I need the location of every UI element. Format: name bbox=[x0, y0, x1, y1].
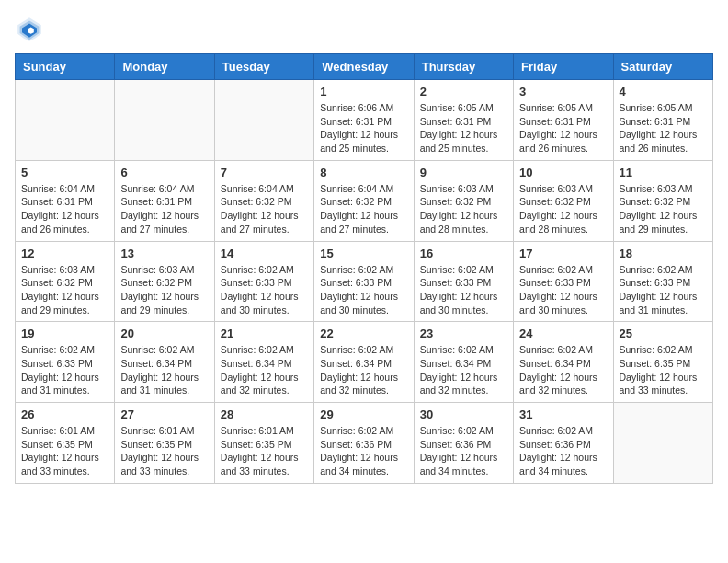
calendar-day-cell: 18Sunrise: 6:02 AM Sunset: 6:33 PM Dayli… bbox=[613, 241, 712, 322]
day-number: 2 bbox=[420, 85, 507, 98]
day-number: 30 bbox=[420, 408, 507, 421]
day-info: Sunrise: 6:02 AM Sunset: 6:33 PM Dayligh… bbox=[21, 343, 108, 397]
day-info: Sunrise: 6:01 AM Sunset: 6:35 PM Dayligh… bbox=[120, 424, 208, 478]
calendar-day-cell: 8Sunrise: 6:04 AM Sunset: 6:32 PM Daylig… bbox=[314, 160, 414, 241]
day-info: Sunrise: 6:02 AM Sunset: 6:33 PM Dayligh… bbox=[221, 263, 308, 317]
calendar-day-cell: 17Sunrise: 6:02 AM Sunset: 6:33 PM Dayli… bbox=[514, 241, 613, 322]
calendar-day-cell bbox=[115, 80, 214, 161]
calendar-day-cell: 23Sunrise: 6:02 AM Sunset: 6:34 PM Dayli… bbox=[414, 322, 513, 403]
calendar-table: SundayMondayTuesdayWednesdayThursdayFrid… bbox=[15, 53, 713, 484]
day-number: 10 bbox=[519, 166, 607, 179]
day-info: Sunrise: 6:01 AM Sunset: 6:35 PM Dayligh… bbox=[221, 424, 308, 478]
calendar-week-row: 12Sunrise: 6:03 AM Sunset: 6:32 PM Dayli… bbox=[16, 241, 713, 322]
calendar-day-cell: 21Sunrise: 6:02 AM Sunset: 6:34 PM Dayli… bbox=[214, 322, 313, 403]
calendar-day-cell: 9Sunrise: 6:03 AM Sunset: 6:32 PM Daylig… bbox=[414, 160, 513, 241]
weekday-header: Friday bbox=[514, 54, 613, 80]
day-number: 25 bbox=[620, 327, 707, 340]
day-number: 19 bbox=[21, 327, 108, 340]
day-info: Sunrise: 6:03 AM Sunset: 6:32 PM Dayligh… bbox=[420, 182, 507, 236]
day-info: Sunrise: 6:04 AM Sunset: 6:31 PM Dayligh… bbox=[120, 182, 208, 236]
calendar-day-cell: 28Sunrise: 6:01 AM Sunset: 6:35 PM Dayli… bbox=[214, 403, 313, 484]
day-number: 9 bbox=[420, 166, 507, 179]
calendar-week-row: 26Sunrise: 6:01 AM Sunset: 6:35 PM Dayli… bbox=[16, 403, 713, 484]
calendar-day-cell: 16Sunrise: 6:02 AM Sunset: 6:33 PM Dayli… bbox=[414, 241, 513, 322]
calendar-day-cell: 5Sunrise: 6:04 AM Sunset: 6:31 PM Daylig… bbox=[16, 160, 115, 241]
calendar-day-cell: 14Sunrise: 6:02 AM Sunset: 6:33 PM Dayli… bbox=[214, 241, 313, 322]
day-info: Sunrise: 6:02 AM Sunset: 6:34 PM Dayligh… bbox=[420, 343, 507, 397]
calendar-day-cell: 6Sunrise: 6:04 AM Sunset: 6:31 PM Daylig… bbox=[115, 160, 214, 241]
logo bbox=[15, 15, 48, 44]
calendar-day-cell: 24Sunrise: 6:02 AM Sunset: 6:34 PM Dayli… bbox=[514, 322, 613, 403]
day-number: 28 bbox=[221, 408, 308, 421]
day-info: Sunrise: 6:03 AM Sunset: 6:32 PM Dayligh… bbox=[620, 182, 707, 236]
day-number: 6 bbox=[120, 166, 208, 179]
day-info: Sunrise: 6:04 AM Sunset: 6:32 PM Dayligh… bbox=[320, 182, 407, 236]
day-info: Sunrise: 6:02 AM Sunset: 6:33 PM Dayligh… bbox=[420, 263, 507, 317]
day-info: Sunrise: 6:02 AM Sunset: 6:34 PM Dayligh… bbox=[120, 343, 208, 397]
weekday-header: Monday bbox=[115, 54, 214, 80]
day-info: Sunrise: 6:04 AM Sunset: 6:32 PM Dayligh… bbox=[221, 182, 308, 236]
day-number: 21 bbox=[221, 327, 308, 340]
day-info: Sunrise: 6:03 AM Sunset: 6:32 PM Dayligh… bbox=[519, 182, 607, 236]
day-info: Sunrise: 6:02 AM Sunset: 6:36 PM Dayligh… bbox=[519, 424, 607, 478]
calendar-week-row: 19Sunrise: 6:02 AM Sunset: 6:33 PM Dayli… bbox=[16, 322, 713, 403]
day-info: Sunrise: 6:05 AM Sunset: 6:31 PM Dayligh… bbox=[420, 101, 507, 155]
day-number: 18 bbox=[620, 247, 707, 260]
day-info: Sunrise: 6:03 AM Sunset: 6:32 PM Dayligh… bbox=[120, 263, 208, 317]
calendar-day-cell: 7Sunrise: 6:04 AM Sunset: 6:32 PM Daylig… bbox=[214, 160, 313, 241]
logo-icon bbox=[15, 15, 44, 44]
day-info: Sunrise: 6:02 AM Sunset: 6:36 PM Dayligh… bbox=[420, 424, 507, 478]
day-number: 7 bbox=[221, 166, 308, 179]
day-number: 24 bbox=[519, 327, 607, 340]
calendar-day-cell: 1Sunrise: 6:06 AM Sunset: 6:31 PM Daylig… bbox=[314, 80, 414, 161]
calendar-day-cell: 10Sunrise: 6:03 AM Sunset: 6:32 PM Dayli… bbox=[514, 160, 613, 241]
day-info: Sunrise: 6:02 AM Sunset: 6:33 PM Dayligh… bbox=[320, 263, 407, 317]
day-info: Sunrise: 6:05 AM Sunset: 6:31 PM Dayligh… bbox=[519, 101, 607, 155]
calendar-day-cell bbox=[214, 80, 313, 161]
calendar-day-cell: 19Sunrise: 6:02 AM Sunset: 6:33 PM Dayli… bbox=[16, 322, 115, 403]
calendar-day-cell: 11Sunrise: 6:03 AM Sunset: 6:32 PM Dayli… bbox=[613, 160, 712, 241]
calendar-day-cell: 22Sunrise: 6:02 AM Sunset: 6:34 PM Dayli… bbox=[314, 322, 414, 403]
day-number: 29 bbox=[320, 408, 407, 421]
day-info: Sunrise: 6:03 AM Sunset: 6:32 PM Dayligh… bbox=[21, 263, 108, 317]
day-number: 20 bbox=[120, 327, 208, 340]
calendar-header-row: SundayMondayTuesdayWednesdayThursdayFrid… bbox=[16, 54, 713, 80]
day-info: Sunrise: 6:02 AM Sunset: 6:33 PM Dayligh… bbox=[519, 263, 607, 317]
page-header bbox=[15, 15, 713, 44]
day-info: Sunrise: 6:02 AM Sunset: 6:34 PM Dayligh… bbox=[320, 343, 407, 397]
calendar-day-cell: 26Sunrise: 6:01 AM Sunset: 6:35 PM Dayli… bbox=[16, 403, 115, 484]
day-info: Sunrise: 6:05 AM Sunset: 6:31 PM Dayligh… bbox=[620, 101, 707, 155]
day-number: 12 bbox=[21, 247, 108, 260]
day-number: 31 bbox=[519, 408, 607, 421]
weekday-header: Tuesday bbox=[214, 54, 313, 80]
day-number: 15 bbox=[320, 247, 407, 260]
calendar-day-cell: 15Sunrise: 6:02 AM Sunset: 6:33 PM Dayli… bbox=[314, 241, 414, 322]
day-info: Sunrise: 6:02 AM Sunset: 6:36 PM Dayligh… bbox=[320, 424, 407, 478]
day-info: Sunrise: 6:02 AM Sunset: 6:35 PM Dayligh… bbox=[620, 343, 707, 397]
day-number: 3 bbox=[519, 85, 607, 98]
day-number: 5 bbox=[21, 166, 108, 179]
day-number: 16 bbox=[420, 247, 507, 260]
calendar-day-cell: 4Sunrise: 6:05 AM Sunset: 6:31 PM Daylig… bbox=[613, 80, 712, 161]
day-info: Sunrise: 6:04 AM Sunset: 6:31 PM Dayligh… bbox=[21, 182, 108, 236]
day-info: Sunrise: 6:01 AM Sunset: 6:35 PM Dayligh… bbox=[21, 424, 108, 478]
calendar-day-cell: 31Sunrise: 6:02 AM Sunset: 6:36 PM Dayli… bbox=[514, 403, 613, 484]
day-number: 8 bbox=[320, 166, 407, 179]
calendar-day-cell: 25Sunrise: 6:02 AM Sunset: 6:35 PM Dayli… bbox=[613, 322, 712, 403]
calendar-day-cell: 30Sunrise: 6:02 AM Sunset: 6:36 PM Dayli… bbox=[414, 403, 513, 484]
weekday-header: Thursday bbox=[414, 54, 513, 80]
calendar-day-cell: 13Sunrise: 6:03 AM Sunset: 6:32 PM Dayli… bbox=[115, 241, 214, 322]
weekday-header: Saturday bbox=[613, 54, 712, 80]
day-number: 14 bbox=[221, 247, 308, 260]
day-number: 27 bbox=[120, 408, 208, 421]
day-info: Sunrise: 6:02 AM Sunset: 6:34 PM Dayligh… bbox=[519, 343, 607, 397]
day-number: 17 bbox=[519, 247, 607, 260]
day-number: 23 bbox=[420, 327, 507, 340]
day-info: Sunrise: 6:02 AM Sunset: 6:34 PM Dayligh… bbox=[221, 343, 308, 397]
day-number: 4 bbox=[620, 85, 707, 98]
calendar-week-row: 5Sunrise: 6:04 AM Sunset: 6:31 PM Daylig… bbox=[16, 160, 713, 241]
day-number: 1 bbox=[320, 85, 407, 98]
day-info: Sunrise: 6:02 AM Sunset: 6:33 PM Dayligh… bbox=[620, 263, 707, 317]
calendar-day-cell bbox=[613, 403, 712, 484]
day-number: 11 bbox=[620, 166, 707, 179]
